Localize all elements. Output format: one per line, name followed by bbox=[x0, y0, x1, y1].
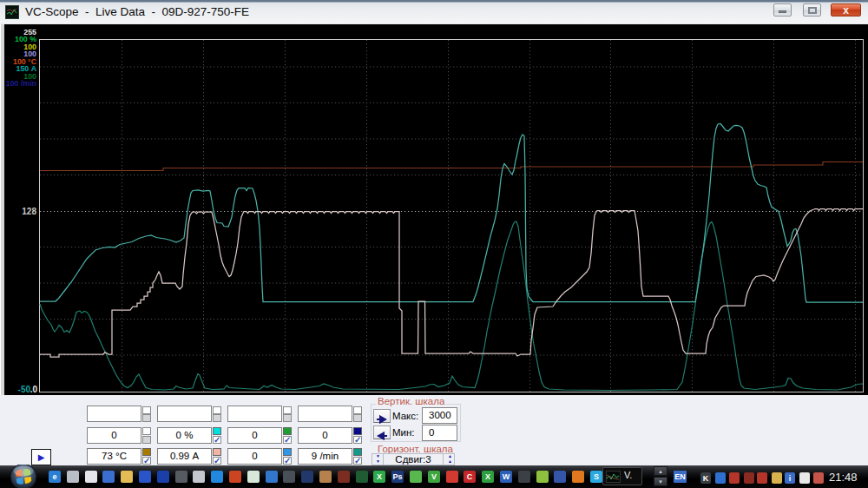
svg-text:100 /min: 100 /min bbox=[6, 79, 36, 88]
svg-text:-50: -50 bbox=[18, 385, 31, 394]
svg-text:.0: .0 bbox=[30, 385, 38, 394]
svg-text:128: 128 bbox=[22, 207, 36, 216]
